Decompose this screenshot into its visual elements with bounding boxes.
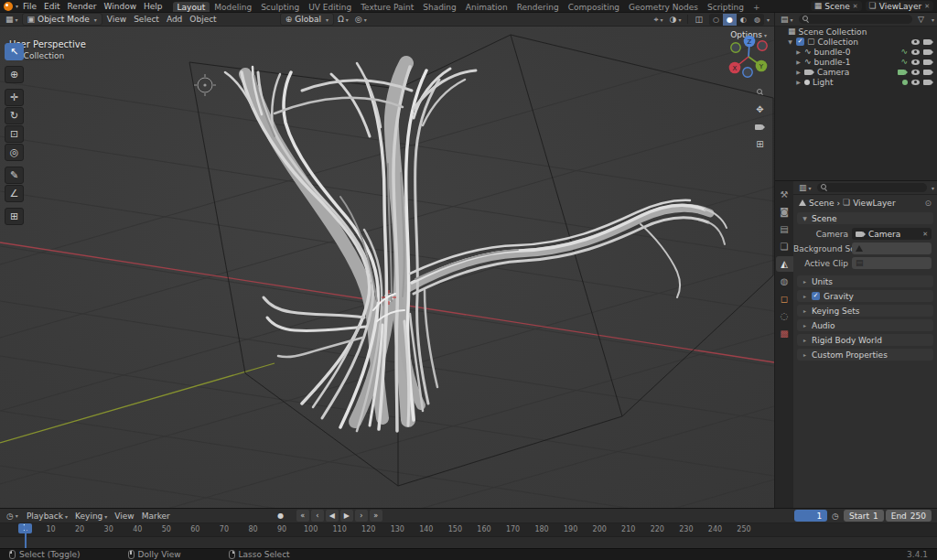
preview-range-toggle[interactable]: ◷ bbox=[829, 512, 842, 521]
workspace-tab-texture-paint[interactable]: Texture Paint bbox=[356, 2, 418, 13]
editor-type-button[interactable]: ◷▾ bbox=[4, 512, 21, 521]
hide-viewport-toggle[interactable] bbox=[911, 80, 920, 85]
scene-selector[interactable]: ▦ Scene ✕ bbox=[811, 1, 862, 11]
orientation-dropdown[interactable]: ⊕ Global ▾ bbox=[280, 13, 334, 26]
workspace-tab-modeling[interactable]: Modeling bbox=[210, 2, 256, 13]
properties-tab-physics[interactable]: ◌ bbox=[776, 308, 793, 324]
play-button[interactable]: ▶ bbox=[340, 510, 353, 522]
outliner-row-camera[interactable]: ▶Camera bbox=[775, 67, 937, 77]
next-keyframe-button[interactable]: › bbox=[355, 510, 368, 522]
expander-icon[interactable]: ▶ bbox=[795, 48, 802, 55]
chevron-down-icon[interactable]: ▾ bbox=[932, 185, 934, 191]
mode-dropdown[interactable]: ▣ Object Mode ▾ bbox=[22, 13, 102, 26]
start-frame-field[interactable]: Start 1 bbox=[844, 510, 884, 522]
outliner-row-scene-collection[interactable]: ▦Scene Collection bbox=[775, 27, 937, 37]
camera-icon[interactable] bbox=[898, 70, 905, 75]
end-frame-field[interactable]: End 250 bbox=[886, 510, 932, 522]
disable-render-toggle[interactable] bbox=[923, 49, 931, 55]
chevron-down-icon[interactable]: ▾ bbox=[932, 16, 934, 23]
fiber-bundle-model[interactable] bbox=[225, 63, 727, 431]
shading-solid-button[interactable]: ● bbox=[723, 14, 737, 26]
outliner-row-bundle-1[interactable]: ▶∿bundle-1∿ bbox=[775, 57, 937, 67]
proportional-edit-toggle[interactable]: ◎▾ bbox=[352, 15, 370, 24]
menu-file[interactable]: File bbox=[19, 2, 40, 11]
section-rigid-body-world[interactable]: ▸Rigid Body World bbox=[797, 334, 933, 346]
perspective-toggle-button[interactable]: ⊞ bbox=[753, 137, 767, 151]
workspace-tab-compositing[interactable]: Compositing bbox=[564, 2, 624, 13]
curve-icon[interactable]: ∿ bbox=[900, 58, 908, 66]
timeline-ruler[interactable]: 0102030405060708090100110120130140150160… bbox=[0, 523, 937, 537]
shading-rendered-button[interactable]: ◍ bbox=[750, 14, 764, 26]
properties-tab-object[interactable]: ◻ bbox=[776, 291, 793, 307]
section-custom-properties[interactable]: ▸Custom Properties bbox=[797, 349, 933, 361]
expander-icon[interactable]: ▶ bbox=[795, 79, 802, 85]
outliner-row-collection[interactable]: ▼✓▢Collection bbox=[775, 37, 937, 47]
timeline-menu-view[interactable]: View bbox=[111, 512, 137, 521]
collection-checkbox[interactable]: ✓ bbox=[796, 38, 804, 46]
workspace-tab-scripting[interactable]: Scripting bbox=[703, 2, 749, 13]
outliner-row-bundle-0[interactable]: ▶∿bundle-0∿ bbox=[775, 47, 937, 57]
gizmo-visibility-toggle[interactable]: ⌖▾ bbox=[652, 15, 666, 25]
transform-tool-button[interactable]: ◎ bbox=[5, 144, 24, 161]
timeline-menu-marker[interactable]: Marker bbox=[138, 512, 174, 521]
disable-render-toggle[interactable] bbox=[923, 59, 931, 65]
menu-render[interactable]: Render bbox=[64, 2, 101, 11]
filter-button[interactable]: ▽ bbox=[915, 15, 927, 24]
add-cube-tool-button[interactable]: ⊞ bbox=[5, 208, 24, 225]
properties-tab-tool[interactable]: ⚒ bbox=[776, 187, 793, 202]
rotate-tool-button[interactable]: ↻ bbox=[5, 107, 24, 124]
expander-icon[interactable]: ▶ bbox=[795, 69, 802, 75]
menu-edit[interactable]: Edit bbox=[40, 2, 63, 11]
hide-viewport-toggle[interactable] bbox=[911, 70, 920, 75]
viewlayer-selector[interactable]: ❏ ViewLayer ✕ bbox=[866, 1, 933, 11]
breadcrumb-viewlayer[interactable]: ViewLayer bbox=[853, 199, 895, 208]
jump-to-start-button[interactable]: « bbox=[296, 510, 309, 522]
scene-panel-header[interactable]: ▼ Scene bbox=[797, 212, 933, 224]
xray-toggle[interactable]: ◫ bbox=[692, 15, 705, 24]
timeline-menu-keying[interactable]: Keying▾ bbox=[71, 512, 111, 521]
disable-render-toggle[interactable] bbox=[923, 70, 931, 75]
menu-window[interactable]: Window bbox=[101, 2, 141, 11]
viewport-menu-select[interactable]: Select bbox=[130, 15, 163, 24]
section-audio[interactable]: ▸Audio bbox=[797, 319, 933, 331]
camera-view-button[interactable] bbox=[753, 120, 767, 134]
disable-render-toggle[interactable] bbox=[923, 80, 931, 85]
editor-type-button[interactable]: ▦▾ bbox=[3, 16, 21, 24]
workspace-tab-geometry-nodes[interactable]: Geometry Nodes bbox=[624, 2, 703, 13]
workspace-tab-sculpting[interactable]: Sculpting bbox=[256, 2, 304, 13]
light-icon[interactable] bbox=[902, 80, 908, 85]
hide-viewport-toggle[interactable] bbox=[911, 49, 920, 55]
add-workspace-button[interactable]: + bbox=[749, 2, 765, 13]
timeline-menu-playback[interactable]: Playback▾ bbox=[23, 512, 71, 521]
outliner-search[interactable] bbox=[799, 15, 913, 24]
curve-icon[interactable]: ∿ bbox=[900, 48, 908, 56]
measure-tool-button[interactable]: ∠ bbox=[5, 185, 24, 202]
cursor-tool-button[interactable]: ⊕ bbox=[5, 66, 24, 83]
section-gravity[interactable]: ▸✓Gravity bbox=[797, 290, 933, 302]
move-tool-button[interactable]: ✛ bbox=[5, 89, 24, 106]
menu-help[interactable]: Help bbox=[140, 2, 167, 11]
pin-icon[interactable]: ⊙ bbox=[924, 199, 932, 208]
light-gizmo[interactable] bbox=[194, 74, 216, 96]
annotate-tool-button[interactable]: ✎ bbox=[5, 167, 24, 184]
viewport-menu-add[interactable]: Add bbox=[163, 15, 186, 24]
properties-tab-view-layer[interactable]: ❏ bbox=[776, 239, 793, 254]
breadcrumb-scene[interactable]: Scene bbox=[809, 199, 834, 208]
close-icon[interactable]: ✕ bbox=[924, 3, 930, 10]
chevron-down-icon[interactable]: ▾ bbox=[767, 16, 770, 23]
shading-wireframe-button[interactable]: ○ bbox=[709, 14, 723, 26]
section-keying-sets[interactable]: ▸Keying Sets bbox=[797, 305, 933, 317]
expander-icon[interactable]: ▼ bbox=[787, 38, 793, 45]
outliner-row-light[interactable]: ▶Light bbox=[775, 77, 937, 87]
properties-search[interactable] bbox=[817, 183, 927, 192]
zoom-button[interactable] bbox=[753, 85, 767, 99]
hide-viewport-toggle[interactable] bbox=[911, 39, 920, 45]
properties-tab-render[interactable]: ◙ bbox=[776, 204, 793, 220]
section-units[interactable]: ▸Units bbox=[797, 275, 933, 287]
select-box-tool-button[interactable]: ↖ bbox=[5, 43, 24, 60]
disable-render-toggle[interactable] bbox=[923, 39, 931, 45]
shading-material-button[interactable]: ◐ bbox=[737, 14, 750, 26]
current-frame-field[interactable]: 1 bbox=[794, 510, 827, 522]
expander-icon[interactable]: ▶ bbox=[795, 59, 802, 65]
background-scene-field[interactable] bbox=[852, 242, 932, 254]
